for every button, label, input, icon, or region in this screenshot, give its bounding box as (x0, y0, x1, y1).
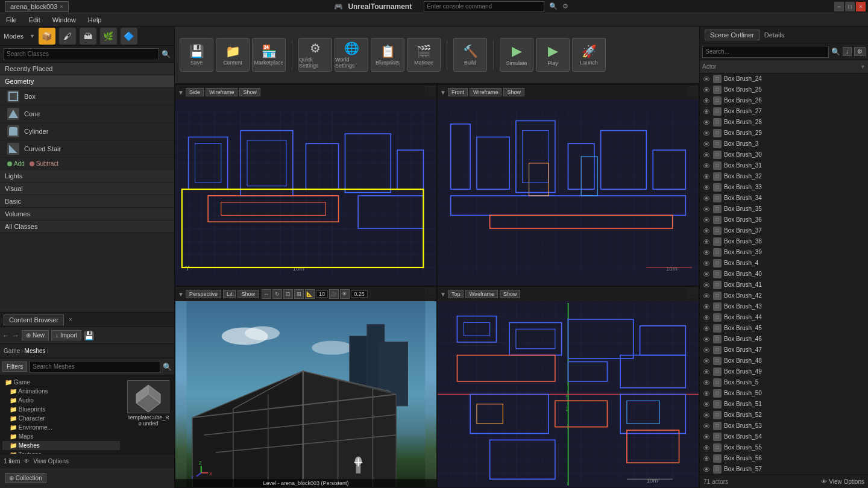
cb-back-icon[interactable]: ← (2, 331, 10, 340)
outliner-item[interactable]: □Box Brush_35 (700, 204, 868, 214)
import-button[interactable]: ↓ Import (51, 330, 81, 340)
outliner-item[interactable]: □Box Brush_44 (700, 312, 868, 323)
perspective-lit-btn[interactable]: Lit (223, 290, 236, 298)
visibility-toggle[interactable] (702, 248, 711, 257)
visibility-toggle[interactable] (702, 129, 711, 137)
console-input[interactable] (424, 1, 544, 12)
filters-button[interactable]: Filters (2, 361, 27, 372)
folder-environments[interactable]: 📁 Environme... (2, 423, 120, 432)
visibility-toggle[interactable] (702, 422, 711, 430)
snap-icon[interactable]: 📐 (305, 289, 315, 299)
visibility-toggle[interactable] (702, 270, 711, 278)
foliage-mode-btn[interactable]: 🌿 (100, 28, 117, 45)
outliner-item[interactable]: □Box Brush_34 (700, 193, 868, 204)
placement-mode-btn[interactable]: 📦 (39, 28, 55, 45)
rotate-icon[interactable]: ↻ (272, 289, 282, 299)
outliner-item[interactable]: □Box Brush_26 (700, 95, 868, 106)
world-settings-button[interactable]: 🌐 World Settings (335, 38, 368, 72)
folder-textures[interactable]: 📁 Textures (2, 450, 120, 454)
vp-perspective-menu-icon[interactable]: ▼ (178, 291, 184, 298)
visibility-toggle[interactable] (702, 313, 711, 322)
landscape-mode-btn[interactable]: 🏔 (80, 28, 96, 45)
visibility-toggle[interactable] (702, 400, 711, 408)
category-visual[interactable]: Visual (0, 183, 174, 195)
visibility-toggle[interactable] (702, 107, 711, 116)
close-button[interactable]: × (856, 2, 866, 11)
folder-audio[interactable]: 📁 Audio (2, 396, 120, 405)
outliner-item[interactable]: □Box Brush_27 (700, 106, 868, 117)
outliner-item[interactable]: □Box Brush_39 (700, 247, 868, 258)
subtract-button[interactable]: Subtract (30, 160, 58, 167)
content-button[interactable]: 📁 Content (216, 38, 250, 72)
visibility-toggle[interactable] (702, 433, 711, 441)
new-button[interactable]: ⊕ New (22, 330, 49, 340)
folder-meshes[interactable]: 📁 Meshes (2, 441, 120, 450)
outliner-item[interactable]: □Box Brush_5 (700, 377, 868, 388)
category-all-classes[interactable]: All Classes (0, 221, 174, 233)
visibility-toggle[interactable] (702, 302, 711, 311)
visibility-toggle[interactable] (702, 118, 711, 127)
console-settings-icon[interactable]: ⚙ (562, 2, 568, 10)
outliner-item[interactable]: □Box Brush_25 (700, 84, 868, 95)
menu-file[interactable]: File (0, 14, 23, 25)
visibility-toggle[interactable] (702, 378, 711, 387)
outliner-item[interactable]: □Box Brush_37 (700, 225, 868, 236)
visibility-toggle[interactable] (702, 346, 711, 354)
translate-icon[interactable]: ↔ (262, 289, 271, 299)
fov-input[interactable] (351, 290, 368, 298)
marketplace-button[interactable]: 🏪 Marketplace (252, 38, 286, 72)
top-view-btn[interactable]: Top (448, 290, 464, 298)
front-show-btn[interactable]: Show (503, 88, 524, 96)
visibility-toggle[interactable] (702, 292, 711, 300)
visibility-toggle[interactable] (702, 281, 711, 289)
visibility-toggle[interactable] (702, 183, 711, 192)
front-view-btn[interactable]: Front (448, 88, 468, 96)
search-meshes-input[interactable] (30, 361, 160, 373)
visibility-toggle[interactable] (702, 259, 711, 267)
console-search-icon[interactable]: 🔍 (549, 2, 558, 10)
outliner-item[interactable]: □Box Brush_45 (700, 323, 868, 334)
outliner-search-input[interactable] (702, 46, 829, 58)
category-volumes[interactable]: Volumes (0, 208, 174, 221)
visibility-toggle[interactable] (702, 443, 711, 452)
outliner-item[interactable]: □Box Brush_30 (700, 149, 868, 160)
front-wireframe-btn[interactable]: Wireframe (470, 88, 502, 96)
folder-animations[interactable]: 📁 Animations (2, 387, 120, 396)
viewport-front[interactable]: ▼ Front Wireframe Show □ (437, 84, 699, 286)
grid-icon[interactable]: ⊞ (294, 289, 304, 299)
outliner-options-btn[interactable]: ⚙ (854, 47, 866, 56)
outliner-item[interactable]: □Box Brush_52 (700, 410, 868, 421)
outliner-item[interactable]: □Box Brush_33 (700, 182, 868, 193)
outliner-item[interactable]: □Box Brush_38 (700, 236, 868, 247)
visibility-toggle[interactable] (702, 411, 711, 419)
search-classes-input[interactable] (4, 48, 159, 60)
perspective-show-btn[interactable]: Show (237, 290, 259, 298)
visibility-toggle[interactable] (702, 324, 711, 333)
outliner-item[interactable]: □Box Brush_53 (700, 421, 868, 431)
outliner-item[interactable]: □Box Brush_29 (700, 128, 868, 139)
minimize-button[interactable]: − (834, 2, 844, 11)
geometry-cylinder-item[interactable]: Cylinder (0, 123, 174, 140)
simulate-button[interactable]: ▶ Simulate (500, 38, 533, 72)
content-browser-tab[interactable]: Content Browser (4, 314, 64, 325)
outliner-item[interactable]: □Box Brush_51 (700, 399, 868, 410)
build-button[interactable]: 🔨 Build (453, 38, 487, 72)
outliner-item[interactable]: □Box Brush_42 (700, 290, 868, 301)
viewport-perspective[interactable]: ▼ Perspective Lit Show ↔ ↻ ⊡ ⊞ 📐 🎥 👁 (175, 286, 437, 488)
viewport-side[interactable]: ▼ Side Wireframe Show □ (175, 84, 437, 286)
visibility-toggle[interactable] (702, 194, 711, 202)
outliner-item[interactable]: □Box Brush_57 (700, 464, 868, 475)
outliner-item[interactable]: □Box Brush_56 (700, 453, 868, 464)
outliner-item[interactable]: □Box Brush_41 (700, 280, 868, 290)
save-content-icon[interactable]: 💾 (84, 331, 94, 340)
outliner-item[interactable]: □Box Brush_43 (700, 301, 868, 312)
outliner-item[interactable]: □Box Brush_31 (700, 160, 868, 171)
outliner-item[interactable]: □Box Brush_4 (700, 258, 868, 269)
outliner-item[interactable]: □Box Brush_55 (700, 442, 868, 453)
outliner-sort-btn[interactable]: ↓ (843, 47, 852, 56)
folder-blueprints[interactable]: 📁 Blueprints (2, 405, 120, 414)
visibility-toggle[interactable] (702, 96, 711, 105)
matinee-button[interactable]: 🎬 Matinee (407, 38, 441, 72)
visibility-toggle[interactable] (702, 227, 711, 235)
scale-icon[interactable]: ⊡ (283, 289, 293, 299)
